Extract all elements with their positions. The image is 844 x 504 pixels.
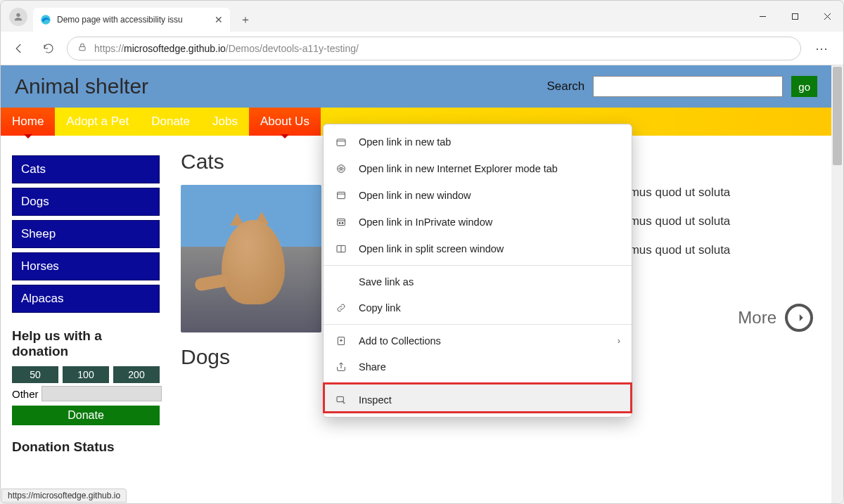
toolbar: https://microsoftedge.github.io/Demos/de… — [1, 32, 843, 65]
context-menu-label: Open link in split screen window — [359, 243, 504, 254]
collections-icon — [335, 335, 347, 347]
edge-icon — [40, 14, 51, 25]
close-window-button[interactable] — [811, 1, 843, 32]
svg-point-11 — [339, 222, 340, 224]
context-menu-item[interactable]: Save link as — [324, 265, 632, 295]
sidebar-item-horses[interactable]: Horses — [12, 252, 160, 280]
context-menu-item[interactable]: Share — [324, 354, 632, 380]
svg-rect-7 — [337, 139, 345, 146]
context-menu: Open link in new tabOpen link in new Int… — [323, 124, 632, 418]
profile-avatar[interactable] — [9, 8, 27, 26]
split-icon — [335, 243, 347, 255]
context-menu-label: Copy link — [359, 302, 401, 314]
context-menu-label: Share — [359, 361, 386, 373]
nav-adopt[interactable]: Adopt a Pet — [55, 108, 140, 136]
sidebar: Cats Dogs Sheep Horses Alpacas Help us w… — [12, 150, 160, 455]
nav-jobs[interactable]: Jobs — [201, 108, 249, 136]
close-tab-icon[interactable]: ✕ — [215, 14, 223, 25]
search-go-button[interactable]: go — [791, 76, 817, 97]
more-label: More — [738, 308, 776, 328]
context-menu-label: Save link as — [359, 276, 414, 287]
nav-home[interactable]: Home — [1, 108, 55, 136]
context-menu-label: Open link in new window — [359, 190, 471, 201]
svg-point-12 — [342, 222, 343, 224]
nav-about[interactable]: About Us — [249, 108, 321, 136]
blank-icon — [335, 276, 347, 288]
maximize-button[interactable] — [779, 1, 811, 32]
context-menu-label: Inspect — [359, 394, 392, 406]
chevron-right-icon: › — [618, 335, 620, 346]
tab-title: Demo page with accessibility issu — [57, 15, 209, 25]
context-menu-item[interactable]: Add to Collections› — [324, 324, 632, 354]
search-input[interactable] — [593, 76, 783, 97]
donate-200-button[interactable]: 200 — [113, 366, 160, 383]
sidebar-item-dogs[interactable]: Dogs — [12, 188, 160, 216]
cat-image — [181, 185, 321, 332]
window-icon — [335, 189, 347, 202]
arrow-right-icon — [785, 304, 813, 332]
page-header: Animal shelter Search go — [1, 65, 831, 108]
context-menu-item[interactable]: Open link in new Internet Explorer mode … — [324, 155, 632, 182]
new-tab-button[interactable]: ＋ — [236, 10, 255, 30]
context-menu-label: Open link in InPrivate window — [359, 217, 492, 228]
svg-rect-9 — [338, 192, 345, 198]
donate-50-button[interactable]: 50 — [12, 366, 58, 383]
url-text: https://microsoftedge.github.io/Demos/de… — [94, 43, 359, 54]
svg-point-0 — [16, 13, 20, 17]
context-menu-item[interactable]: Open link in split screen window — [324, 235, 632, 262]
lock-icon — [77, 42, 87, 54]
svg-rect-6 — [79, 46, 85, 50]
search-label: Search — [546, 79, 584, 93]
context-menu-item[interactable]: Open link in new window — [324, 182, 632, 209]
context-menu-item[interactable]: Open link in new tab — [324, 129, 632, 155]
donation-status-heading: Donation Status — [12, 439, 160, 455]
vertical-scrollbar[interactable] — [831, 65, 843, 503]
sidebar-item-sheep[interactable]: Sheep — [12, 220, 160, 248]
window-controls — [746, 1, 843, 32]
tab-strip: Demo page with accessibility issu ✕ ＋ — [1, 1, 843, 32]
donation-heading: Help us with a donation — [12, 328, 160, 359]
scrollbar-thumb[interactable] — [833, 67, 842, 165]
ie-icon — [335, 162, 347, 175]
status-bar: https://microsoftedge.github.io — [1, 489, 127, 503]
tab-icon — [335, 136, 347, 148]
refresh-button[interactable] — [37, 37, 60, 60]
browser-tab[interactable]: Demo page with accessibility issu ✕ — [33, 8, 230, 32]
svg-rect-3 — [792, 13, 798, 19]
context-menu-item[interactable]: Copy link — [324, 295, 632, 321]
inspect-icon — [335, 394, 347, 406]
minimize-button[interactable] — [746, 1, 779, 32]
sidebar-item-alpacas[interactable]: Alpacas — [12, 285, 160, 313]
back-button[interactable] — [8, 37, 30, 60]
context-menu-item[interactable]: Inspect — [324, 383, 632, 413]
donate-100-button[interactable]: 100 — [63, 366, 109, 383]
context-menu-item[interactable]: Open link in InPrivate window — [324, 209, 632, 235]
other-label: Other — [12, 388, 39, 400]
share-icon — [335, 361, 347, 373]
link-icon — [335, 302, 347, 314]
private-icon — [335, 216, 347, 228]
other-amount-input[interactable] — [41, 386, 162, 401]
browser-menu-button[interactable]: ⋯ — [808, 41, 836, 56]
sidebar-item-cats[interactable]: Cats — [12, 155, 160, 183]
context-menu-label: Add to Collections — [359, 335, 441, 347]
donate-button[interactable]: Donate — [12, 406, 160, 425]
context-menu-label: Open link in new Internet Explorer mode … — [359, 163, 558, 174]
svg-rect-10 — [338, 219, 345, 225]
context-menu-label: Open link in new tab — [359, 136, 451, 148]
page-title: Animal shelter — [15, 75, 546, 98]
address-bar[interactable]: https://microsoftedge.github.io/Demos/de… — [67, 37, 801, 60]
nav-donate[interactable]: Donate — [140, 108, 201, 136]
